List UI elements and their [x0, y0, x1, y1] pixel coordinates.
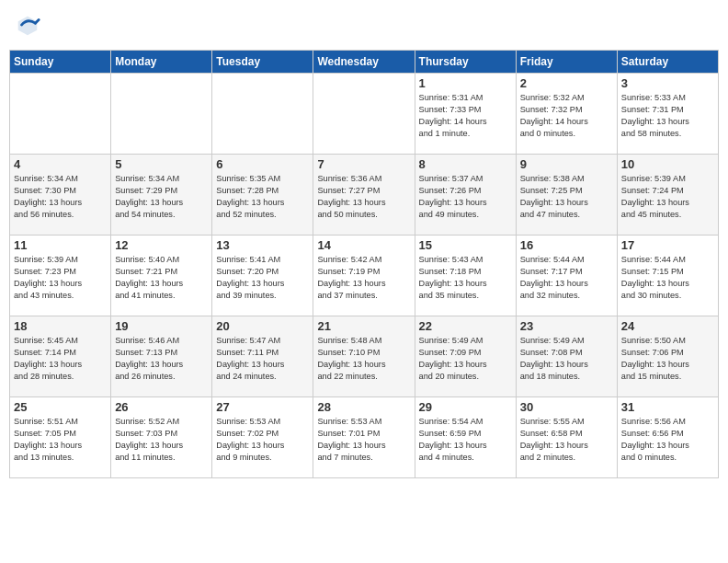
- day-number: 3: [621, 76, 714, 90]
- calendar-cell: [111, 74, 212, 155]
- week-row-5: 25Sunrise: 5:51 AM Sunset: 7:05 PM Dayli…: [10, 397, 719, 478]
- day-number: 21: [317, 319, 410, 333]
- logo-icon: [15, 13, 40, 39]
- day-info: Sunrise: 5:31 AM Sunset: 7:33 PM Dayligh…: [419, 92, 512, 140]
- day-info: Sunrise: 5:35 AM Sunset: 7:28 PM Dayligh…: [216, 173, 309, 221]
- day-number: 29: [419, 400, 512, 414]
- calendar-cell: 20Sunrise: 5:47 AM Sunset: 7:11 PM Dayli…: [212, 316, 313, 397]
- day-info: Sunrise: 5:34 AM Sunset: 7:29 PM Dayligh…: [115, 173, 208, 221]
- week-row-1: 1Sunrise: 5:31 AM Sunset: 7:33 PM Daylig…: [10, 74, 719, 155]
- day-info: Sunrise: 5:53 AM Sunset: 7:01 PM Dayligh…: [317, 416, 410, 464]
- calendar-cell: 29Sunrise: 5:54 AM Sunset: 6:59 PM Dayli…: [415, 397, 516, 478]
- calendar-cell: 27Sunrise: 5:53 AM Sunset: 7:02 PM Dayli…: [212, 397, 313, 478]
- day-info: Sunrise: 5:32 AM Sunset: 7:32 PM Dayligh…: [520, 92, 613, 140]
- day-info: Sunrise: 5:34 AM Sunset: 7:30 PM Dayligh…: [14, 173, 107, 221]
- calendar-cell: 31Sunrise: 5:56 AM Sunset: 6:56 PM Dayli…: [617, 397, 718, 478]
- calendar-cell: 17Sunrise: 5:44 AM Sunset: 7:15 PM Dayli…: [617, 236, 718, 316]
- calendar-cell: 18Sunrise: 5:45 AM Sunset: 7:14 PM Dayli…: [10, 316, 111, 397]
- day-number: 4: [14, 157, 107, 171]
- weekday-header-row: SundayMondayTuesdayWednesdayThursdayFrid…: [10, 51, 719, 74]
- day-info: Sunrise: 5:33 AM Sunset: 7:31 PM Dayligh…: [621, 92, 714, 140]
- day-number: 22: [419, 319, 512, 333]
- day-info: Sunrise: 5:56 AM Sunset: 6:56 PM Dayligh…: [621, 416, 714, 464]
- calendar-cell: 2Sunrise: 5:32 AM Sunset: 7:32 PM Daylig…: [516, 74, 617, 155]
- week-row-3: 11Sunrise: 5:39 AM Sunset: 7:23 PM Dayli…: [10, 236, 719, 316]
- day-number: 17: [621, 238, 714, 252]
- day-info: Sunrise: 5:47 AM Sunset: 7:11 PM Dayligh…: [216, 335, 309, 383]
- day-number: 30: [520, 400, 613, 414]
- day-info: Sunrise: 5:40 AM Sunset: 7:21 PM Dayligh…: [115, 254, 208, 302]
- weekday-header-tuesday: Tuesday: [212, 51, 313, 74]
- day-info: Sunrise: 5:49 AM Sunset: 7:08 PM Dayligh…: [520, 335, 613, 383]
- weekday-header-saturday: Saturday: [617, 51, 718, 74]
- calendar-cell: 11Sunrise: 5:39 AM Sunset: 7:23 PM Dayli…: [10, 236, 111, 316]
- day-info: Sunrise: 5:37 AM Sunset: 7:26 PM Dayligh…: [419, 173, 512, 221]
- calendar-cell: 14Sunrise: 5:42 AM Sunset: 7:19 PM Dayli…: [313, 236, 415, 316]
- day-info: Sunrise: 5:49 AM Sunset: 7:09 PM Dayligh…: [419, 335, 512, 383]
- day-info: Sunrise: 5:43 AM Sunset: 7:18 PM Dayligh…: [419, 254, 512, 302]
- calendar-cell: 16Sunrise: 5:44 AM Sunset: 7:17 PM Dayli…: [516, 236, 617, 316]
- day-info: Sunrise: 5:39 AM Sunset: 7:24 PM Dayligh…: [621, 173, 714, 221]
- day-info: Sunrise: 5:44 AM Sunset: 7:15 PM Dayligh…: [621, 254, 714, 302]
- day-info: Sunrise: 5:50 AM Sunset: 7:06 PM Dayligh…: [621, 335, 714, 383]
- calendar-cell: [212, 74, 313, 155]
- day-number: 1: [419, 76, 512, 90]
- day-info: Sunrise: 5:54 AM Sunset: 6:59 PM Dayligh…: [419, 416, 512, 464]
- day-info: Sunrise: 5:46 AM Sunset: 7:13 PM Dayligh…: [115, 335, 208, 383]
- day-info: Sunrise: 5:42 AM Sunset: 7:19 PM Dayligh…: [317, 254, 410, 302]
- calendar-cell: 9Sunrise: 5:38 AM Sunset: 7:25 PM Daylig…: [516, 155, 617, 236]
- calendar-cell: 24Sunrise: 5:50 AM Sunset: 7:06 PM Dayli…: [617, 316, 718, 397]
- calendar-cell: 26Sunrise: 5:52 AM Sunset: 7:03 PM Dayli…: [111, 397, 212, 478]
- day-number: 26: [115, 400, 208, 414]
- calendar-cell: 4Sunrise: 5:34 AM Sunset: 7:30 PM Daylig…: [10, 155, 111, 236]
- calendar-cell: 10Sunrise: 5:39 AM Sunset: 7:24 PM Dayli…: [617, 155, 718, 236]
- day-number: 6: [216, 157, 309, 171]
- day-number: 15: [419, 238, 512, 252]
- logo: [15, 13, 44, 39]
- calendar-cell: 28Sunrise: 5:53 AM Sunset: 7:01 PM Dayli…: [313, 397, 415, 478]
- calendar-cell: [10, 74, 111, 155]
- calendar-cell: 12Sunrise: 5:40 AM Sunset: 7:21 PM Dayli…: [111, 236, 212, 316]
- day-info: Sunrise: 5:38 AM Sunset: 7:25 PM Dayligh…: [520, 173, 613, 221]
- day-info: Sunrise: 5:44 AM Sunset: 7:17 PM Dayligh…: [520, 254, 613, 302]
- day-number: 12: [115, 238, 208, 252]
- calendar-cell: 5Sunrise: 5:34 AM Sunset: 7:29 PM Daylig…: [111, 155, 212, 236]
- calendar-cell: 6Sunrise: 5:35 AM Sunset: 7:28 PM Daylig…: [212, 155, 313, 236]
- weekday-header-sunday: Sunday: [10, 51, 111, 74]
- day-number: 28: [317, 400, 410, 414]
- day-number: 23: [520, 319, 613, 333]
- day-number: 5: [115, 157, 208, 171]
- calendar-cell: 7Sunrise: 5:36 AM Sunset: 7:27 PM Daylig…: [313, 155, 415, 236]
- day-info: Sunrise: 5:45 AM Sunset: 7:14 PM Dayligh…: [14, 335, 107, 383]
- day-info: Sunrise: 5:52 AM Sunset: 7:03 PM Dayligh…: [115, 416, 208, 464]
- calendar-cell: [313, 74, 415, 155]
- page-header: [9, 9, 719, 42]
- day-number: 9: [520, 157, 613, 171]
- calendar-table: SundayMondayTuesdayWednesdayThursdayFrid…: [9, 50, 719, 478]
- weekday-header-wednesday: Wednesday: [313, 51, 415, 74]
- week-row-4: 18Sunrise: 5:45 AM Sunset: 7:14 PM Dayli…: [10, 316, 719, 397]
- calendar-cell: 8Sunrise: 5:37 AM Sunset: 7:26 PM Daylig…: [415, 155, 516, 236]
- day-number: 19: [115, 319, 208, 333]
- weekday-header-thursday: Thursday: [415, 51, 516, 74]
- weekday-header-friday: Friday: [516, 51, 617, 74]
- calendar-cell: 19Sunrise: 5:46 AM Sunset: 7:13 PM Dayli…: [111, 316, 212, 397]
- calendar-cell: 1Sunrise: 5:31 AM Sunset: 7:33 PM Daylig…: [415, 74, 516, 155]
- day-info: Sunrise: 5:51 AM Sunset: 7:05 PM Dayligh…: [14, 416, 107, 464]
- day-number: 16: [520, 238, 613, 252]
- calendar-cell: 21Sunrise: 5:48 AM Sunset: 7:10 PM Dayli…: [313, 316, 415, 397]
- calendar-cell: 3Sunrise: 5:33 AM Sunset: 7:31 PM Daylig…: [617, 74, 718, 155]
- day-number: 24: [621, 319, 714, 333]
- day-info: Sunrise: 5:39 AM Sunset: 7:23 PM Dayligh…: [14, 254, 107, 302]
- day-number: 20: [216, 319, 309, 333]
- week-row-2: 4Sunrise: 5:34 AM Sunset: 7:30 PM Daylig…: [10, 155, 719, 236]
- day-info: Sunrise: 5:48 AM Sunset: 7:10 PM Dayligh…: [317, 335, 410, 383]
- day-number: 8: [419, 157, 512, 171]
- day-number: 31: [621, 400, 714, 414]
- calendar-cell: 13Sunrise: 5:41 AM Sunset: 7:20 PM Dayli…: [212, 236, 313, 316]
- calendar-cell: 15Sunrise: 5:43 AM Sunset: 7:18 PM Dayli…: [415, 236, 516, 316]
- day-number: 2: [520, 76, 613, 90]
- day-number: 7: [317, 157, 410, 171]
- day-info: Sunrise: 5:41 AM Sunset: 7:20 PM Dayligh…: [216, 254, 309, 302]
- day-number: 13: [216, 238, 309, 252]
